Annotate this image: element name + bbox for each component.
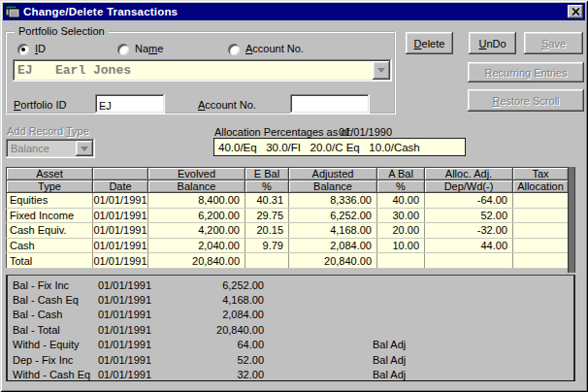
grid-cell[interactable]: 44.00 [425,238,513,253]
window-title: Change/Delete Transactions [23,6,178,17]
list-item-amount: 6,252.00 [176,279,264,291]
recurring-entries-button: Recurring Entries [468,62,584,82]
grid-header-cell: Balance [289,180,377,193]
grid-cell[interactable]: 52.00 [425,208,513,223]
restore-scroll-button: Restore Scroll [468,89,584,112]
grid-cell[interactable]: 10.00 [377,238,425,253]
grid-cell[interactable] [245,253,289,269]
list-item-name: Withd - Cash Eq [8,369,98,380]
title-bar[interactable]: Change/Delete Transactions [3,3,585,20]
list-item[interactable]: Bal - Fix Inc 01/01/1991 6,252.00 [8,278,573,292]
grid-cell[interactable]: -64.00 [425,193,513,209]
portfolio-id-input[interactable] [95,94,165,114]
grid-cell[interactable]: Equities [7,193,93,209]
grid-cell[interactable]: 20.00 [377,223,425,239]
grid-cell[interactable]: 01/01/1991 [93,193,148,209]
close-button[interactable] [568,5,583,18]
list-item-date: 01/01/1991 [98,354,176,366]
change-delete-transactions-window: Change/Delete Transactions Portfolio Sel… [0,0,588,392]
grid-cell[interactable]: 01/01/1991 [93,238,148,253]
grid-cell[interactable]: 8,336.00 [289,193,377,209]
grid-cell[interactable]: 2,084.00 [289,238,377,253]
grid-cell[interactable]: 4,168.00 [289,223,377,239]
grid-cell[interactable]: Fixed Income [7,208,93,223]
list-item-amount: 32.00 [176,369,264,380]
portfolio-combo-value: EJ Earl Jones [13,63,371,78]
grid-header-cell [93,168,148,180]
grid-cell[interactable]: 6,200.00 [148,208,245,223]
grid-cell[interactable] [513,223,569,239]
undo-button[interactable]: UnDo [469,32,516,54]
grid-cell[interactable]: 8,400.00 [148,193,245,209]
delete-button[interactable]: Delete [406,32,453,54]
grid-cell[interactable]: 40.00 [377,193,425,209]
list-item-name: Bal - Cash [8,309,98,320]
chevron-down-icon [81,147,88,151]
name-radio[interactable] [117,44,129,55]
list-item[interactable]: Bal - Total 01/01/1991 20,840.00 [8,322,573,337]
grid-cell[interactable]: 01/01/1991 [93,208,148,223]
grid-header-cell: Dep/Wd(-) [425,180,513,193]
grid-header-cell: Date [93,180,148,193]
portfolio-combo-dropdown-button[interactable] [373,61,390,80]
grid-cell[interactable]: 01/01/1991 [93,223,148,239]
list-item[interactable]: Bal - Cash Eq 01/01/1991 4,168.00 [8,292,573,307]
grid-cell[interactable]: 4,200.00 [148,223,245,239]
grid-cell[interactable] [513,253,569,269]
add-record-type-dropdown-button [76,141,93,156]
account-no-radio[interactable] [228,44,240,55]
grid-cell[interactable]: Cash [7,238,93,253]
list-item-name: Bal - Total [8,324,98,336]
account-no-radio-label[interactable]: Account No. [245,43,304,54]
grid-cell[interactable] [513,238,569,253]
grid-header-row-2: Type Date Balance % Balance % Dep/Wd(-) … [7,180,569,193]
grid-cell[interactable]: 40.31 [245,193,289,209]
list-item[interactable]: Withd - Equity 01/01/1991 64.00 Bal Adj [8,338,573,352]
grid-cell[interactable]: -32.00 [425,223,513,239]
grid-header-cell: % [377,180,425,193]
list-item-amount: 4,168.00 [176,294,264,306]
list-item-name: Bal - Cash Eq [8,294,98,306]
portfolio-id-label: Portfolio ID [14,99,66,111]
grid-cell[interactable] [425,253,513,269]
grid-cell[interactable] [513,193,569,209]
grid-cell[interactable]: 9.79 [245,238,289,253]
list-item-name: Withd - Equity [8,339,98,350]
grid-header-cell: Tax [513,168,569,180]
grid-cell[interactable] [513,208,569,223]
grid-cell[interactable]: 6,252.00 [289,208,377,223]
grid-scrollbar[interactable] [568,167,575,273]
id-radio[interactable] [17,44,29,55]
grid-cell[interactable]: 2,040.00 [148,238,245,253]
grid-header-row-1: Asset Evolved E Bal Adjusted A Bal Alloc… [7,168,569,180]
list-item[interactable]: Withd - Cash Eq 01/01/1991 32.00 Bal Adj [8,367,573,381]
grid-row-fixed-income[interactable]: Fixed Income 01/01/1991 6,200.00 29.75 6… [7,208,569,223]
name-radio-label[interactable]: Name [135,43,163,54]
list-item-amount: 20,840.00 [176,324,264,336]
list-item-date: 01/01/1991 [98,339,176,350]
portfolio-combo[interactable]: EJ Earl Jones [13,59,392,82]
grid-cell[interactable]: 20,840.00 [148,253,245,269]
grid-cell[interactable]: 01/01/1991 [93,253,148,269]
portfolio-selection-legend: Portfolio Selection [15,25,109,37]
list-item[interactable]: Dep - Fix Inc 01/01/1991 52.00 Bal Adj [8,352,573,367]
grid-row-total[interactable]: Total 01/01/1991 20,840.00 20,840.00 [7,253,569,269]
grid-row-equities[interactable]: Equities 01/01/1991 8,400.00 40.31 8,336… [7,193,569,209]
grid-cell[interactable]: 20,840.00 [289,253,377,269]
grid-cell[interactable]: 30.00 [377,208,425,223]
grid-header-cell: Asset [7,168,93,180]
allocation-as-of-date: 01/01/1990 [339,126,392,138]
grid-cell[interactable]: Cash Equiv. [7,223,93,239]
portfolio-selection-group: Portfolio Selection ID Name Account No. … [5,31,396,114]
list-item[interactable]: Bal - Cash 01/01/1991 2,084.00 [8,308,573,322]
grid-cell[interactable]: 20.15 [245,223,289,239]
id-radio-label[interactable]: ID [35,43,46,54]
account-no-input[interactable] [290,94,370,114]
grid-cell[interactable]: Total [7,253,93,269]
list-item-amount: 52.00 [176,354,264,366]
grid-row-cash-equiv[interactable]: Cash Equiv. 01/01/1991 4,200.00 20.15 4,… [7,223,569,239]
grid-cell[interactable] [377,253,425,269]
grid-cell[interactable]: 29.75 [245,208,289,223]
grid-row-cash[interactable]: Cash 01/01/1991 2,040.00 9.79 2,084.00 1… [7,238,569,253]
list-item-date: 01/01/1991 [98,369,176,380]
